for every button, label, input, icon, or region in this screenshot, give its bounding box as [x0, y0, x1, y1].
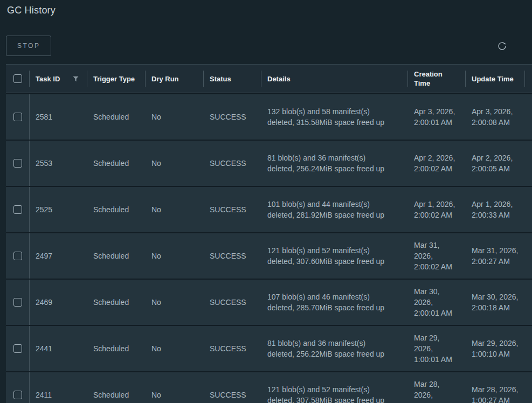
cell-creation-time: Mar 28, 2026, 1:00:02 AM — [408, 372, 466, 403]
page-title: GC History — [7, 5, 532, 16]
cell-task-id: 2581 — [30, 94, 87, 140]
cell-status: SUCCESS — [204, 233, 261, 279]
clipped-cell — [525, 187, 532, 232]
cell-trigger-type: Scheduled — [87, 94, 146, 140]
cell-status: SUCCESS — [204, 141, 261, 186]
cell-dry-run: No — [146, 187, 204, 232]
cell-task-id: 2469 — [30, 280, 87, 325]
clipped-cell — [525, 326, 532, 371]
cell-task-id: 2441 — [30, 326, 87, 371]
cell-dry-run: No — [146, 94, 204, 140]
cell-task-id: 2525 — [30, 187, 87, 232]
cell-details: 121 blob(s) and 52 manifest(s) deleted, … — [261, 233, 408, 279]
cell-creation-time: Apr 3, 2026, 2:00:01 AM — [408, 94, 466, 140]
select-all-cell — [6, 65, 30, 93]
cell-dry-run: No — [146, 141, 204, 186]
cell-dry-run: No — [146, 326, 204, 371]
column-header-update-time: Update Time — [466, 65, 525, 93]
clipped-cell — [525, 280, 532, 325]
table-row: 2469 Scheduled No SUCCESS 107 blob(s) an… — [6, 279, 532, 325]
cell-details: 101 blob(s) and 44 manifest(s) deleted, … — [261, 187, 408, 232]
cell-update-time: Mar 31, 2026, 2:00:27 AM — [466, 233, 525, 279]
row-checkbox[interactable] — [13, 159, 22, 168]
cell-creation-time: Mar 31, 2026, 2:00:02 AM — [408, 233, 466, 279]
gc-history-table: Task ID Trigger Type Dry Run Status Deta… — [6, 64, 532, 403]
cell-creation-time: Apr 1, 2026, 2:00:02 AM — [408, 187, 466, 232]
cell-creation-time: Mar 30, 2026, 2:00:01 AM — [408, 280, 466, 325]
column-header-trigger-type: Trigger Type — [87, 65, 146, 93]
clipped-cell — [525, 94, 532, 140]
clipped-cell — [525, 233, 532, 279]
row-checkbox[interactable] — [13, 205, 22, 214]
cell-details: 107 blob(s) and 46 manifest(s) deleted, … — [261, 280, 408, 325]
row-checkbox[interactable] — [13, 391, 22, 399]
cell-status: SUCCESS — [204, 372, 261, 403]
table-row: 2525 Scheduled No SUCCESS 101 blob(s) an… — [6, 186, 532, 232]
cell-status: SUCCESS — [204, 280, 261, 325]
cell-status: SUCCESS — [204, 187, 261, 232]
row-select-cell — [6, 233, 30, 279]
cell-update-time: Apr 1, 2026, 2:00:33 AM — [466, 187, 525, 232]
cell-trigger-type: Scheduled — [87, 326, 146, 371]
column-header-status: Status — [204, 65, 261, 93]
cell-status: SUCCESS — [204, 94, 261, 140]
cell-task-id: 2411 — [30, 372, 87, 403]
cell-details: 81 blob(s) and 36 manifest(s) deleted, 2… — [261, 326, 408, 371]
cell-details: 132 blob(s) and 58 manifest(s) deleted, … — [261, 94, 408, 140]
refresh-button[interactable] — [496, 40, 508, 52]
clipped-cell — [525, 372, 532, 403]
cell-trigger-type: Scheduled — [87, 141, 146, 186]
column-header-task-id: Task ID — [30, 65, 87, 93]
stop-button[interactable]: STOP — [6, 36, 51, 56]
cell-update-time: Mar 29, 2026, 1:00:10 AM — [466, 326, 525, 371]
cell-trigger-type: Scheduled — [87, 372, 146, 403]
cell-update-time: Apr 2, 2026, 2:00:05 AM — [466, 141, 525, 186]
cell-update-time: Mar 30, 2026, 2:00:18 AM — [466, 280, 525, 325]
row-checkbox[interactable] — [13, 344, 22, 353]
table-body: 2581 Scheduled No SUCCESS 132 blob(s) an… — [6, 93, 532, 403]
cell-task-id: 2553 — [30, 141, 87, 186]
filter-icon[interactable] — [73, 76, 79, 82]
clipped-column-header — [525, 65, 532, 93]
cell-update-time: Apr 3, 2026, 2:00:08 AM — [466, 94, 525, 140]
cell-creation-time: Apr 2, 2026, 2:00:02 AM — [408, 141, 466, 186]
refresh-icon — [497, 41, 507, 51]
cell-trigger-type: Scheduled — [87, 233, 146, 279]
table-row: 2581 Scheduled No SUCCESS 132 blob(s) an… — [6, 94, 532, 140]
cell-update-time: Mar 28, 2026, 1:00:27 AM — [466, 372, 525, 403]
cell-trigger-type: Scheduled — [87, 187, 146, 232]
table-row: 2553 Scheduled No SUCCESS 81 blob(s) and… — [6, 140, 532, 186]
row-select-cell — [6, 372, 30, 403]
cell-trigger-type: Scheduled — [87, 280, 146, 325]
cell-dry-run: No — [146, 280, 204, 325]
column-header-details: Details — [261, 65, 408, 93]
row-select-cell — [6, 94, 30, 140]
cell-dry-run: No — [146, 233, 204, 279]
row-select-cell — [6, 280, 30, 325]
table-header-row: Task ID Trigger Type Dry Run Status Deta… — [6, 64, 532, 93]
cell-status: SUCCESS — [204, 326, 261, 371]
table-row: 2497 Scheduled No SUCCESS 121 blob(s) an… — [6, 232, 532, 279]
gc-history-page: GC History STOP Task ID Trigger Type Dry… — [0, 0, 532, 403]
select-all-checkbox[interactable] — [13, 74, 22, 83]
table-row: 2411 Scheduled No SUCCESS 121 blob(s) an… — [6, 371, 532, 403]
row-checkbox[interactable] — [13, 113, 22, 121]
cell-task-id: 2497 — [30, 233, 87, 279]
table-row: 2441 Scheduled No SUCCESS 81 blob(s) and… — [6, 325, 532, 371]
clipped-cell — [525, 141, 532, 186]
row-select-cell — [6, 187, 30, 232]
row-checkbox[interactable] — [13, 298, 22, 307]
toolbar: STOP — [6, 36, 526, 56]
cell-details: 81 blob(s) and 36 manifest(s) deleted, 2… — [261, 141, 408, 186]
cell-creation-time: Mar 29, 2026, 1:00:01 AM — [408, 326, 466, 371]
cell-details: 121 blob(s) and 52 manifest(s) deleted, … — [261, 372, 408, 403]
row-select-cell — [6, 326, 30, 371]
column-header-label: Task ID — [36, 74, 60, 84]
column-header-dry-run: Dry Run — [146, 65, 204, 93]
row-checkbox[interactable] — [13, 252, 22, 260]
cell-dry-run: No — [146, 372, 204, 403]
row-select-cell — [6, 141, 30, 186]
column-header-creation-time: Creation Time — [408, 65, 466, 93]
